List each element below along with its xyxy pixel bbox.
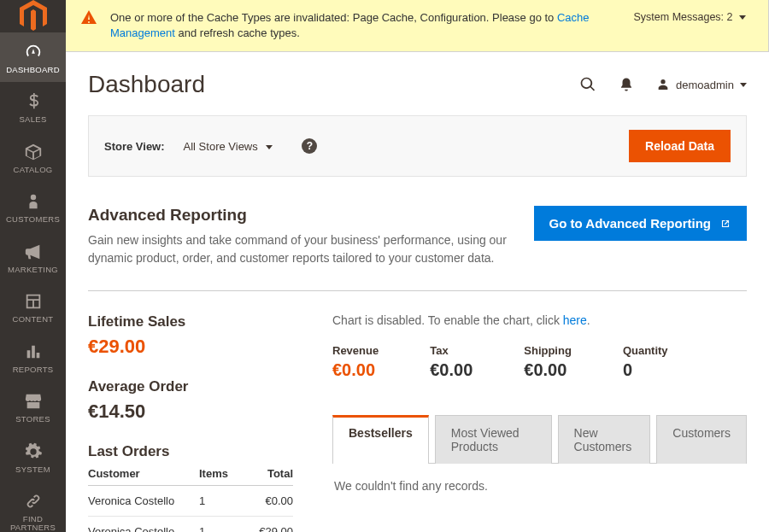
user-name: demoadmin xyxy=(676,79,734,91)
tabs: Bestsellers Most Viewed Products New Cus… xyxy=(332,414,747,464)
nav-reports[interactable]: REPORTS xyxy=(0,332,66,382)
tab-content: We couldn't find any records. xyxy=(332,464,747,508)
chevron-down-icon xyxy=(266,145,273,149)
page-header: Dashboard demoadmin xyxy=(66,52,769,105)
nav-label: CUSTOMERS xyxy=(6,215,60,224)
order-row[interactable]: Veronica Costello 1 €0.00 xyxy=(88,486,293,517)
average-order-value: €14.50 xyxy=(88,400,293,423)
lifetime-sales-label: Lifetime Sales xyxy=(88,313,293,330)
chart-disabled-note: Chart is disabled. To enable the chart, … xyxy=(332,313,747,327)
enable-chart-link[interactable]: here xyxy=(563,313,587,327)
nav-label: SYSTEM xyxy=(15,465,50,474)
tab-most-viewed[interactable]: Most Viewed Products xyxy=(435,415,552,464)
dashboard-icon xyxy=(23,43,44,61)
nav-label: FIND PARTNERS & EXTENSIONS xyxy=(3,515,62,532)
nav-content[interactable]: CONTENT xyxy=(0,282,66,331)
nav-sales[interactable]: SALES xyxy=(0,82,66,132)
nav-marketing[interactable]: MARKETING xyxy=(0,232,66,282)
search-icon[interactable] xyxy=(579,76,596,93)
stat-shipping: Shipping €0.00 xyxy=(524,344,572,380)
stat-revenue: Revenue €0.00 xyxy=(332,344,379,380)
nav-label: REPORTS xyxy=(13,365,54,374)
user-menu[interactable]: demoadmin xyxy=(656,78,747,91)
megaphone-icon xyxy=(23,243,44,261)
warning-icon xyxy=(81,10,97,24)
system-messages-toggle[interactable]: System Messages: 2 xyxy=(633,10,746,41)
last-orders-header: Customer Items Total xyxy=(88,467,293,486)
stat-tax: Tax €0.00 xyxy=(430,344,473,380)
help-icon[interactable]: ? xyxy=(302,138,317,154)
nav-label: STORES xyxy=(15,415,50,424)
dollar-icon xyxy=(23,92,44,111)
nav-partners[interactable]: FIND PARTNERS & EXTENSIONS xyxy=(0,482,66,532)
store-view-selector[interactable]: All Store Views xyxy=(184,140,273,153)
nav-system[interactable]: SYSTEM xyxy=(0,432,66,482)
layout-icon xyxy=(23,292,44,311)
tab-customers[interactable]: Customers xyxy=(656,415,747,464)
advanced-reporting-title: Advanced Reporting xyxy=(88,206,517,225)
tab-bestsellers[interactable]: Bestsellers xyxy=(332,415,429,464)
advanced-reporting-block: Advanced Reporting Gain new insights and… xyxy=(88,206,747,266)
chevron-down-icon xyxy=(740,83,747,87)
nav-dashboard[interactable]: DASHBOARD xyxy=(0,32,66,82)
lifetime-sales-value: €29.00 xyxy=(88,336,293,358)
external-link-icon xyxy=(719,218,731,230)
person-icon xyxy=(23,192,44,211)
nav-label: CONTENT xyxy=(13,315,54,324)
page-title: Dashboard xyxy=(88,71,579,98)
advanced-reporting-desc: Gain new insights and take command of yo… xyxy=(88,231,517,266)
link-icon xyxy=(23,492,44,511)
reload-data-button[interactable]: Reload Data xyxy=(629,130,731,162)
sidebar: DASHBOARD SALES CATALOG CUSTOMERS MARKET… xyxy=(0,0,66,532)
chevron-down-icon xyxy=(739,15,746,20)
tab-new-customers[interactable]: New Customers xyxy=(558,415,651,464)
nav: DASHBOARD SALES CATALOG CUSTOMERS MARKET… xyxy=(0,32,66,532)
order-row[interactable]: Veronica Costello 1 €29.00 xyxy=(88,517,293,532)
nav-label: CATALOG xyxy=(14,166,53,174)
average-order-label: Average Order xyxy=(88,378,293,395)
main-content: One or more of the Cache Types are inval… xyxy=(66,0,769,532)
bars-icon xyxy=(23,342,44,361)
user-icon xyxy=(656,78,670,91)
system-message-bar: One or more of the Cache Types are inval… xyxy=(66,0,769,52)
notifications-icon[interactable] xyxy=(619,76,634,93)
last-orders-title: Last Orders xyxy=(88,443,293,460)
go-to-advanced-reporting-button[interactable]: Go to Advanced Reporting xyxy=(534,206,747,241)
stat-quantity: Quantity 0 xyxy=(623,344,668,380)
gear-icon xyxy=(23,442,44,461)
magento-logo[interactable] xyxy=(0,0,66,32)
nav-label: DASHBOARD xyxy=(6,66,60,74)
nav-stores[interactable]: STORES xyxy=(0,382,66,431)
nav-catalog[interactable]: CATALOG xyxy=(0,132,66,182)
stats-row: Revenue €0.00 Tax €0.00 Shipping €0.00 Q… xyxy=(332,344,747,380)
store-view-label: Store View: xyxy=(104,140,165,153)
system-message-text: One or more of the Cache Types are inval… xyxy=(110,10,616,41)
storefront-icon xyxy=(23,392,44,411)
nav-label: SALES xyxy=(19,115,46,124)
nav-label: MARKETING xyxy=(8,266,58,274)
nav-customers[interactable]: CUSTOMERS xyxy=(0,182,66,231)
toolbar: Store View: All Store Views ? Reload Dat… xyxy=(88,115,747,177)
box-icon xyxy=(23,143,44,161)
